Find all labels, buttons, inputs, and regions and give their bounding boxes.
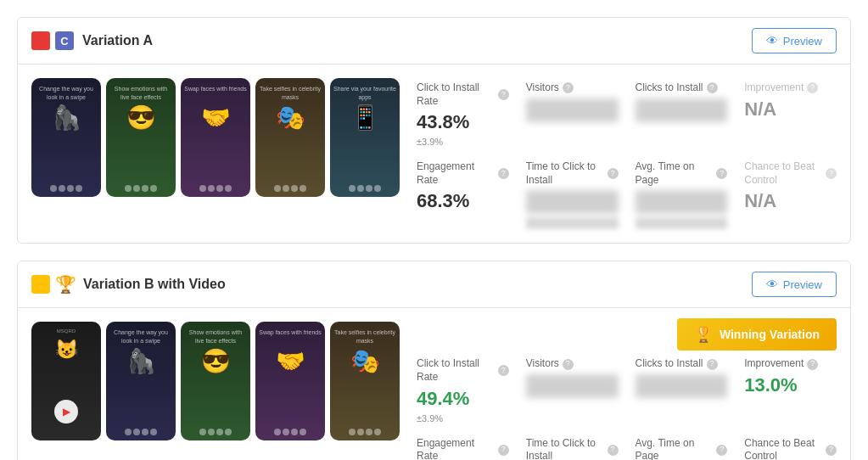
info-b-0: ? [498,365,509,376]
variation-a-swatch [31,31,50,50]
winning-trophy-icon: 🏆 [694,325,713,344]
metric-chance-beat-a: Chance to Beat Control ? N/A [744,160,837,229]
variation-b-metrics: 🏆Winning VariationClick to Install Rate?… [417,322,837,460]
variation-a-metrics: Click to Install Rate ? 43.8% ±3.9% Visi… [417,78,837,229]
trophy-icon: 🏆 [55,274,76,295]
metric-click-to-install-rate-a: Click to Install Rate ? 43.8% ±3.9% [417,81,509,147]
variation-a-content: Change the way you look in a swipe 🦍 Sho… [18,65,850,243]
info-icon-3: ? [707,82,718,93]
metric-engagement-rate-a: Engagement Rate ? 68.3% [417,160,509,229]
chance-beat-value-a: N/A [744,190,837,212]
screenshot-b-1: MSQRD 😺 ▶ [31,322,101,440]
avg-time-sub-blurred-a: ### [636,217,728,229]
info-b-5: ? [608,445,619,456]
avg-time-blurred-a: ### [636,190,728,214]
info-icon-7: ? [716,168,727,179]
variation-a-header: C Variation A 👁 Preview [18,18,850,65]
info-icon-2: ? [563,82,574,93]
variation-b-preview-button[interactable]: 👁 Preview [752,272,837,297]
screenshot-b-3: Show emotions with live face effects 😎 [181,322,250,440]
metric-b-5: Time to Click to Install?### [526,437,619,460]
play-icon: ▶ [54,400,78,424]
screenshot-3: Swap faces with friends 🤝 [181,78,250,197]
variation-a-block: C Variation A 👁 Preview Change the way y… [17,17,851,244]
screenshot-b-5: Take selfies in celebrity masks 🎭 [330,322,400,440]
metric-time-to-click-a: Time to Click to Install ? ### ### [526,160,619,229]
info-b-4: ? [498,445,509,456]
info-icon-5: ? [498,168,509,179]
metric-avg-time-a: Avg. Time on Page ? ### ### [636,160,728,229]
winning-variation-banner: 🏆Winning Variation [677,318,837,351]
info-b-6: ? [716,445,727,456]
info-icon-4: ? [807,82,818,93]
info-b-7: ? [826,445,837,456]
clicks-to-install-blurred-a: ### [636,98,728,122]
metric-b-1: Visitors?### [526,357,619,423]
screenshot-2: Show emotions with live face effects 😎 [106,78,176,197]
metric-b-4: Engagement Rate?73.6% [417,437,509,460]
variation-a-title: Variation A [82,33,752,48]
metric-clicks-to-install-a: Clicks to Install ? ### [636,81,728,147]
visitors-blurred-a: ### [526,98,619,122]
click-to-install-value-a: 43.8% [417,111,509,133]
variation-b-block: 🏆 Variation B with Video 👁 Preview MSQRD… [17,261,851,460]
variation-a-screenshots: Change the way you look in a swipe 🦍 Sho… [31,78,400,229]
variation-a-preview-button[interactable]: 👁 Preview [752,28,837,53]
improvement-value-a: N/A [744,98,837,121]
screenshot-1: Change the way you look in a swipe 🦍 [31,78,101,197]
metric-b-6: Avg. Time on Page?### [636,437,728,460]
screenshot-b-2: Change the way you look in a swipe 🦍 [106,322,176,440]
variation-b-screenshots: MSQRD 😺 ▶ Change the way you look in a s… [31,322,400,460]
metric-visitors-a: Visitors ? ### [526,81,619,147]
variation-a-letter: C [55,31,74,50]
screenshot-b-4: Swap faces with friends 🤝 [255,322,325,440]
metric-improvement-a: Improvement ? N/A [744,81,837,147]
variation-b-header: 🏆 Variation B with Video 👁 Preview [18,261,850,308]
metric-b-3: Improvement?13.0% [744,357,837,423]
time-to-click-blurred-a: ### [526,190,619,214]
metric-b-7: Chance to Beat Control?90.6% [744,437,837,460]
screenshot-4: Take selfies in celebrity masks 🎭 [255,78,325,197]
info-b-3: ? [807,359,818,370]
info-icon-6: ? [608,168,619,179]
page-container: C Variation A 👁 Preview Change the way y… [0,0,868,460]
eye-icon-b: 👁 [766,278,778,291]
variation-b-swatch [31,275,50,294]
metric-b-0: Click to Install Rate?49.4%±3.9% [417,357,509,423]
eye-icon: 👁 [766,34,778,48]
time-to-click-sub-blurred-a: ### [526,217,619,229]
screenshot-5: Share via your favourite apps 📱 [330,78,400,197]
variation-b-content: MSQRD 😺 ▶ Change the way you look in a s… [18,308,850,460]
info-b-1: ? [563,359,574,370]
metric-b-2: Clicks to Install?### [636,357,728,423]
info-icon: ? [498,89,509,100]
variation-b-title: Variation B with Video [83,277,752,292]
click-to-install-sub-a: ±3.9% [417,137,509,147]
engagement-value-a: 68.3% [417,190,509,212]
info-b-2: ? [707,359,718,370]
info-icon-8: ? [826,168,837,179]
